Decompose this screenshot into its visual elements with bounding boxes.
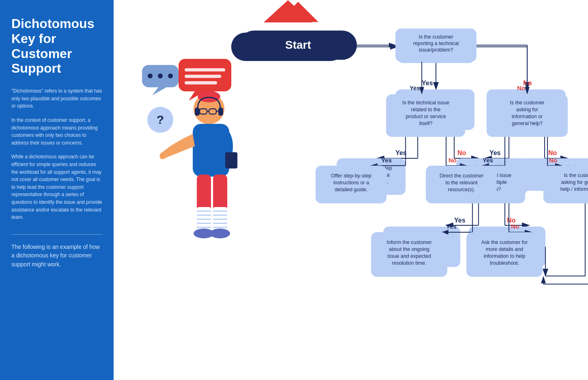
sidebar-bottom-text: The following is an example of how a dic… xyxy=(11,243,102,269)
svg-text:itself?: itself? xyxy=(419,121,433,126)
svg-text:Is the technical issue: Is the technical issue xyxy=(402,100,449,106)
svg-text:Inform the customer: Inform the customer xyxy=(387,240,432,245)
svg-text:asking for: asking for xyxy=(516,107,538,112)
svg-text:resolution time.: resolution time. xyxy=(392,260,426,266)
svg-text:general help?: general help? xyxy=(512,121,543,126)
svg-text:instructions or a: instructions or a xyxy=(333,180,369,186)
svg-text:issue/problem?: issue/problem? xyxy=(419,47,453,53)
yes2: Yes xyxy=(381,157,392,164)
svg-text:related to the: related to the xyxy=(411,107,441,112)
flowchart-overlay: Start Is the customer reporting a techni… xyxy=(114,0,588,380)
sidebar-para2: In the context of customer support, a di… xyxy=(11,117,102,147)
svg-text:detailed guide.: detailed guide. xyxy=(335,187,368,192)
no3: No xyxy=(549,157,557,164)
yes3: Yes xyxy=(482,157,493,164)
main-content: Start Is the customer reporting a techni… xyxy=(114,0,588,380)
svg-text:more details and: more details and xyxy=(486,246,523,252)
no1: No xyxy=(517,84,525,91)
svg-text:Ask the customer for: Ask the customer for xyxy=(481,240,528,245)
top-red-triangle xyxy=(278,2,319,22)
svg-text:product or service: product or service xyxy=(406,114,446,119)
sidebar: Dichotomous Key for Customer Support "Di… xyxy=(0,0,114,380)
svg-text:information or: information or xyxy=(512,114,543,119)
svg-text:issue and expected: issue and expected xyxy=(388,253,431,259)
svg-text:resource(s).: resource(s). xyxy=(448,187,475,192)
sidebar-para3: While a dichotomous approach can be effi… xyxy=(11,153,102,221)
svg-text:about the ongoing: about the ongoing xyxy=(389,246,429,252)
svg-text:Is the customer: Is the customer xyxy=(419,34,453,40)
no4: No xyxy=(511,223,519,230)
start-text: Start xyxy=(285,39,311,51)
svg-text:Is the customer: Is the customer xyxy=(564,173,588,178)
svg-text:troubleshoot.: troubleshoot. xyxy=(490,260,519,266)
svg-text:Direct the customer: Direct the customer xyxy=(439,173,483,179)
svg-text:Is the customer: Is the customer xyxy=(510,100,545,106)
sidebar-para1: "Dichotomous" refers to a system that ha… xyxy=(11,87,102,110)
svg-text:asking for general: asking for general xyxy=(561,179,588,185)
svg-text:reporting a technical: reporting a technical xyxy=(413,41,459,46)
sidebar-title: Dichotomous Key for Customer Support xyxy=(11,16,102,76)
svg-text:to the relevant: to the relevant xyxy=(446,180,478,186)
flowchart-area: Start Is the customer reporting a techni… xyxy=(114,0,588,380)
no2: No xyxy=(448,157,457,164)
svg-text:information to help: information to help xyxy=(484,253,526,259)
svg-text:Offer step-by-step: Offer step-by-step xyxy=(331,173,372,179)
yes1: Yes xyxy=(409,84,420,91)
sidebar-divider xyxy=(11,234,102,235)
yes4: Yes xyxy=(446,223,457,230)
svg-text:help / information?: help / information? xyxy=(560,186,588,192)
